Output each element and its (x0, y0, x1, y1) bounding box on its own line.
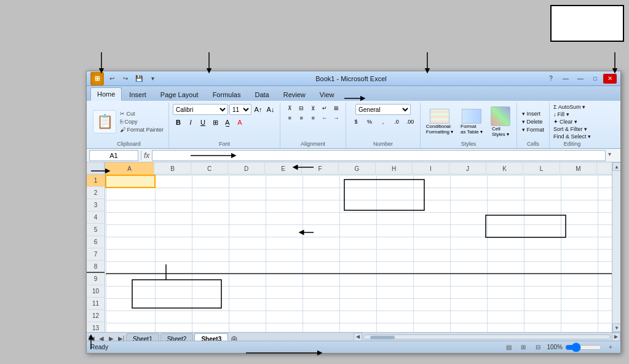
cell-A6[interactable] (106, 237, 155, 249)
col-header-J[interactable]: J (449, 162, 486, 175)
align-left-button[interactable]: ≡ (284, 114, 295, 122)
cell-J1[interactable] (450, 175, 487, 188)
col-header-C[interactable]: C (191, 162, 228, 175)
cell-L6[interactable] (524, 237, 561, 249)
font-color-button[interactable]: A (234, 117, 245, 127)
cell-C6[interactable] (192, 237, 229, 249)
italic-button[interactable]: I (185, 117, 196, 127)
cell-D11[interactable] (229, 298, 266, 311)
cell-N3[interactable] (598, 200, 612, 212)
cell-N8[interactable] (598, 261, 612, 274)
cell-A10[interactable] (106, 286, 155, 298)
align-right-button[interactable]: ≡ (307, 114, 318, 122)
cell-H3[interactable] (376, 200, 413, 212)
cell-B10[interactable] (155, 286, 192, 298)
col-header-D[interactable]: D (228, 162, 265, 175)
cell-K6[interactable] (487, 237, 524, 249)
cut-button[interactable]: ✂ Cut (119, 110, 165, 117)
col-header-N[interactable]: N (597, 162, 612, 175)
cell-K12[interactable] (487, 311, 524, 323)
cell-B4[interactable] (155, 212, 192, 224)
cell-B7[interactable] (155, 249, 192, 261)
cell-G4[interactable] (339, 212, 376, 224)
cell-E11[interactable] (266, 298, 303, 311)
col-header-F[interactable]: F (302, 162, 339, 175)
insert-cells-button[interactable]: ▾ Insert (521, 110, 545, 117)
cell-D2[interactable] (229, 188, 266, 200)
cell-M6[interactable] (561, 237, 598, 249)
corner-cell[interactable] (87, 162, 105, 175)
cell-J4[interactable] (450, 212, 487, 224)
cell-D10[interactable] (229, 286, 266, 298)
cell-E7[interactable] (266, 249, 303, 261)
cell-E5[interactable] (266, 224, 303, 237)
col-header-E[interactable]: E (265, 162, 302, 175)
row-header-5[interactable]: 5 (87, 224, 105, 236)
cell-L5[interactable] (524, 224, 561, 237)
cell-J3[interactable] (450, 200, 487, 212)
cell-B13[interactable] (155, 323, 192, 332)
cell-F11[interactable] (303, 298, 339, 311)
office-button[interactable]: ⊞ (90, 72, 104, 85)
cell-N7[interactable] (598, 249, 612, 261)
row-header-8[interactable]: 8 (87, 261, 105, 273)
cell-C10[interactable] (192, 286, 229, 298)
cell-I13[interactable] (413, 323, 450, 332)
font-size-select[interactable]: 11 (229, 104, 251, 115)
cell-F13[interactable] (303, 323, 339, 332)
cell-F3[interactable] (303, 200, 339, 212)
cell-L11[interactable] (524, 298, 561, 311)
cell-K13[interactable] (487, 323, 524, 332)
cell-L12[interactable] (524, 311, 561, 323)
cell-A5[interactable] (106, 224, 155, 237)
cell-H1[interactable] (376, 175, 413, 188)
cell-G8[interactable] (339, 261, 376, 274)
cell-H4[interactable] (376, 212, 413, 224)
cell-D13[interactable] (229, 323, 266, 332)
cell-A1[interactable] (106, 175, 155, 188)
cell-C5[interactable] (192, 224, 229, 237)
cell-I2[interactable] (413, 188, 450, 200)
cell-L4[interactable] (524, 212, 561, 224)
cell-L13[interactable] (524, 323, 561, 332)
cell-F4[interactable] (303, 212, 339, 224)
cell-I7[interactable] (413, 249, 450, 261)
qat-dropdown-button[interactable]: ▾ (147, 74, 158, 84)
cell-J10[interactable] (450, 286, 487, 298)
cell-J7[interactable] (450, 249, 487, 261)
cell-N11[interactable] (598, 298, 612, 311)
cell-E12[interactable] (266, 311, 303, 323)
col-header-I[interactable]: I (413, 162, 449, 175)
row-header-4[interactable]: 4 (87, 212, 105, 224)
cell-A12[interactable] (106, 311, 155, 323)
cell-G12[interactable] (339, 311, 376, 323)
cell-M1[interactable] (561, 175, 598, 188)
cell-G11[interactable] (339, 298, 376, 311)
cell-N6[interactable] (598, 237, 612, 249)
cell-K5[interactable] (487, 224, 524, 237)
copy-button[interactable]: ⎘ Copy (119, 118, 165, 125)
cell-J2[interactable] (450, 188, 487, 200)
bold-button[interactable]: B (173, 117, 184, 127)
format-as-table-button[interactable]: Formatas Table ▾ (456, 108, 487, 136)
cell-J6[interactable] (450, 237, 487, 249)
cell-H7[interactable] (376, 249, 413, 261)
cell-C9[interactable] (192, 274, 229, 286)
cell-B5[interactable] (155, 224, 192, 237)
cell-E3[interactable] (266, 200, 303, 212)
cell-A8[interactable] (106, 261, 155, 274)
cell-H12[interactable] (376, 311, 413, 323)
cell-I9[interactable] (413, 274, 450, 286)
comma-button[interactable]: , (377, 117, 389, 126)
cell-M12[interactable] (561, 311, 598, 323)
cell-D1[interactable] (229, 175, 266, 188)
format-painter-button[interactable]: 🖌 Format Painter (119, 126, 165, 133)
cell-E13[interactable] (266, 323, 303, 332)
cell-J9[interactable] (450, 274, 487, 286)
cell-I10[interactable] (413, 286, 450, 298)
percent-button[interactable]: % (363, 117, 376, 126)
cell-H2[interactable] (376, 188, 413, 200)
align-center-button[interactable]: ≡ (296, 114, 307, 122)
cell-G5[interactable] (339, 224, 376, 237)
cell-G3[interactable] (339, 200, 376, 212)
